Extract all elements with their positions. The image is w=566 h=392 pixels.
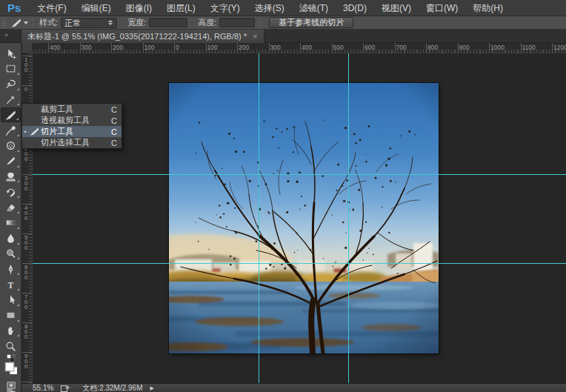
status-export-icon[interactable] [61, 385, 70, 392]
tool-eyedropper[interactable] [1, 123, 21, 138]
tool-magic-wand[interactable] [1, 92, 21, 107]
divider [259, 18, 260, 28]
menu-item-7[interactable]: 3D(D) [336, 0, 374, 16]
flyout-item-shortcut: C [110, 127, 117, 136]
tool-brush[interactable] [1, 154, 21, 169]
tool-color-swatches[interactable] [1, 359, 21, 376]
ruler-h-label: 400 [50, 44, 60, 51]
document-image[interactable] [169, 83, 439, 353]
slice-select-icon [30, 138, 39, 147]
ruler-v-label: 900 [24, 353, 30, 369]
height-input[interactable] [219, 18, 255, 27]
tool-lasso[interactable] [1, 77, 21, 92]
ruler-v-label: 300 [24, 176, 30, 191]
chevron-down-icon[interactable] [24, 21, 28, 24]
tool-path-select[interactable] [1, 293, 21, 308]
menu-item-8[interactable]: 视图(V) [374, 0, 419, 16]
tab-overflow-icon[interactable]: » [4, 31, 8, 39]
menu-item-10[interactable]: 帮助(H) [465, 0, 510, 16]
ruler-h-label: 700 [396, 44, 407, 51]
photoshop-window: Ps 文件(F)编辑(E)图像(I)图层(L)文字(Y)选择(S)滤镜(T)3D… [0, 0, 566, 392]
ruler-v-label: 800 [24, 324, 30, 339]
tool-marquee[interactable] [1, 62, 21, 76]
menu-item-0[interactable]: 文件(F) [30, 0, 73, 16]
slice-icon [11, 18, 21, 28]
status-menu-arrow-icon[interactable]: ▶ [150, 385, 154, 391]
style-select[interactable]: 正常 [61, 18, 117, 28]
select-arrows-icon [108, 20, 113, 25]
tool-healing-brush[interactable] [1, 139, 21, 153]
pen-icon [5, 264, 16, 275]
flyout-item-0[interactable]: 裁剪工具C [22, 104, 121, 115]
tool-blur[interactable] [1, 231, 21, 246]
active-tool-preset[interactable] [11, 18, 28, 28]
tool-pen[interactable] [1, 262, 21, 276]
tool-history-brush[interactable] [1, 185, 21, 199]
tool-dodge[interactable] [1, 246, 21, 261]
slice-icon [5, 110, 16, 121]
screen-mode-icon [6, 388, 16, 392]
ruler-h-label: 100 [207, 44, 218, 51]
guide-vertical-2[interactable] [348, 53, 349, 383]
rectangle-icon [5, 310, 16, 321]
zoom-icon [5, 341, 16, 352]
history-brush-icon [5, 187, 16, 198]
tool-eraser[interactable] [1, 200, 21, 215]
menu-item-5[interactable]: 选择(S) [247, 0, 292, 16]
svg-text:T: T [8, 280, 14, 290]
ruler-v-label: 0 [24, 87, 30, 92]
tool-type[interactable]: T [1, 277, 21, 292]
horizontal-ruler[interactable]: 4003002001000100200300400500600700800900… [33, 43, 566, 53]
tool-move[interactable] [1, 46, 21, 61]
blur-icon [5, 233, 16, 244]
guide-horizontal-1[interactable] [33, 174, 566, 175]
menu-item-4[interactable]: 文字(Y) [203, 0, 247, 16]
slices-from-guides-button[interactable]: 基于参考线的切片 [269, 17, 353, 28]
ruler-h-label: 500 [333, 44, 344, 51]
height-label: 高度: [198, 17, 216, 28]
guide-vertical-1[interactable] [259, 53, 259, 383]
path-select-icon [5, 294, 16, 305]
options-grip[interactable] [1, 18, 7, 28]
tool-rectangle[interactable] [1, 308, 21, 323]
perspective-crop-icon [30, 116, 39, 125]
document-tab[interactable]: 未标题-1 @ 55.1% (IMG_0335(20171222-194214)… [21, 30, 264, 43]
menu-items: 文件(F)编辑(E)图像(I)图层(L)文字(Y)选择(S)滤镜(T)3D(D)… [30, 0, 510, 16]
guide-horizontal-2[interactable] [33, 263, 566, 264]
slice-icon [30, 127, 39, 136]
tool-screen-mode[interactable] [1, 385, 21, 392]
ruler-h-label: 1000 [490, 44, 505, 51]
flyout-item-1[interactable]: 透视裁剪工具C [22, 115, 121, 126]
close-icon[interactable]: × [253, 33, 257, 40]
menu-item-6[interactable]: 滤镜(T) [292, 0, 336, 16]
width-label: 宽度: [127, 17, 146, 28]
ruler-v-label: 400 [24, 205, 30, 221]
style-select-value: 正常 [64, 19, 81, 27]
menu-item-9[interactable]: 窗口(W) [419, 0, 465, 16]
tool-hand[interactable] [1, 323, 21, 338]
menu-item-2[interactable]: 图像(I) [119, 0, 159, 16]
menu-item-1[interactable]: 编辑(E) [74, 0, 119, 16]
ruler-h-label: 400 [302, 44, 312, 51]
flyout-item-label: 切片选择工具 [41, 137, 110, 148]
ruler-v-label: 500 [24, 235, 30, 250]
move-icon [5, 48, 16, 59]
gradient-icon [5, 217, 16, 228]
lasso-icon [5, 79, 16, 90]
tool-clone-stamp[interactable] [1, 169, 21, 184]
slice-tool-icon [11, 18, 21, 28]
flyout-item-3[interactable]: 切片选择工具C [22, 137, 121, 148]
tool-slice[interactable] [1, 107, 21, 122]
tool-gradient[interactable] [1, 216, 21, 230]
flyout-item-2[interactable]: ▪切片工具C [22, 126, 121, 137]
document-size-readout: 文档:2.32M/2.96M [82, 383, 142, 392]
ruler-corner[interactable] [22, 43, 33, 53]
zoom-level-field[interactable]: 55.1% [33, 384, 53, 392]
clone-stamp-icon [5, 171, 16, 182]
width-input[interactable] [149, 18, 187, 27]
crop-slice-tool-flyout: 裁剪工具C透视裁剪工具C▪切片工具C切片选择工具C [21, 103, 122, 149]
magic-wand-icon [5, 94, 16, 105]
ruler-h-label: 600 [364, 44, 375, 51]
ruler-v-label: 700 [24, 294, 30, 310]
menu-item-3[interactable]: 图层(L) [159, 0, 203, 16]
